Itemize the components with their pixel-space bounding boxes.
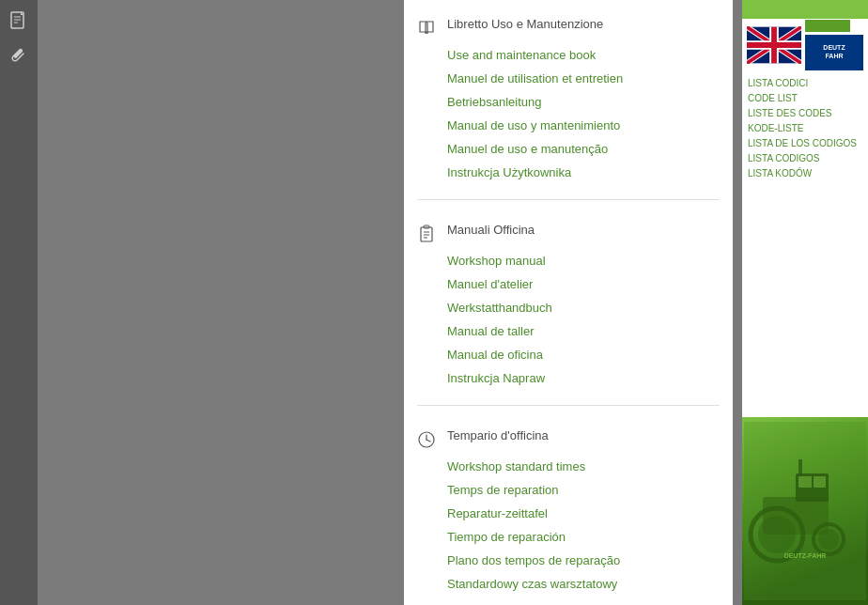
code-item-3[interactable]: KODE-LISTE (746, 121, 864, 136)
clipboard-icon (417, 225, 438, 245)
section-header-2: Manuali Officina (404, 215, 733, 249)
menu-item-st-pl[interactable]: Standardowy czas warsztatowy (404, 572, 733, 596)
divider-1 (417, 199, 720, 200)
menu-item-use-es[interactable]: Manual de uso y mantenimiento (404, 114, 733, 137)
section-header-3: Tempario d'officina (404, 421, 733, 455)
menu-item-use-en[interactable]: Use and maintenance book (404, 43, 733, 67)
right-top-bar (742, 0, 868, 19)
svg-point-22 (818, 529, 839, 550)
right-bottom-image: DEUTZ-FAHR (742, 417, 868, 605)
code-item-2[interactable]: LISTE DES CODES (746, 106, 864, 121)
menu-item-ws-de[interactable]: Werkstatthandbuch (404, 296, 733, 319)
section-title-3: Tempario d'officina (447, 428, 549, 442)
divider-2 (417, 405, 720, 406)
menu-item-use-pt[interactable]: Manuel de uso e manutenção (404, 137, 733, 161)
svg-line-12 (426, 440, 430, 442)
uk-flag (747, 26, 801, 64)
menu-item-ws-fr[interactable]: Manuel d'atelier (404, 272, 733, 296)
section-header-1: Libretto Uso e Manutenzione (404, 9, 733, 43)
svg-rect-17 (798, 476, 812, 488)
right-codes-panel: LISTA CODICI CODE LIST LISTE DES CODES K… (742, 70, 868, 187)
code-item-6[interactable]: LISTA KODÓW (746, 166, 864, 181)
menu-item-use-de[interactable]: Betriebsanleitung (404, 90, 733, 114)
book-icon (417, 19, 438, 39)
document-icon[interactable] (7, 9, 31, 34)
tractor-image: DEUTZ-FAHR (744, 422, 866, 600)
right-flag-area: DEUTZ FAHR (742, 19, 868, 70)
menu-item-use-fr[interactable]: Manuel de utilisation et entretien (404, 67, 733, 90)
menu-item-st-pt[interactable]: Plano dos tempos de reparação (404, 549, 733, 572)
green-bar-top (805, 20, 850, 32)
section-use-maintenance: Libretto Uso e Manutenzione Use and main… (404, 0, 733, 194)
left-sidebar (0, 0, 38, 605)
deutz-text: DEUTZ FAHR (823, 44, 845, 60)
section-title-1: Libretto Uso e Manutenzione (447, 17, 603, 31)
menu-item-st-de[interactable]: Reparatur-zeittafel (404, 502, 733, 525)
menu-item-ws-pl[interactable]: Instrukcja Napraw (404, 366, 733, 390)
code-item-5[interactable]: LISTA CODIGOS (746, 151, 864, 166)
clock-icon (417, 430, 438, 451)
code-item-1[interactable]: CODE LIST (746, 91, 864, 106)
menu-item-use-pl[interactable]: Instrukcja Użytkownika (404, 161, 733, 184)
right-panel: DEUTZ FAHR LISTA CODICI CODE LIST LISTE … (742, 0, 868, 605)
svg-text:DEUTZ-FAHR: DEUTZ-FAHR (784, 552, 827, 559)
dropdown-panel: Libretto Uso e Manutenzione Use and main… (404, 0, 733, 605)
paperclip-icon[interactable] (7, 45, 31, 70)
menu-item-st-fr[interactable]: Temps de reparation (404, 478, 733, 502)
svg-rect-23 (798, 459, 802, 476)
deutz-logo: DEUTZ FAHR (805, 35, 863, 70)
menu-item-st-es[interactable]: Tiempo de reparación (404, 525, 733, 549)
section-title-2: Manuali Officina (447, 223, 535, 237)
menu-item-ws-en[interactable]: Workshop manual (404, 249, 733, 272)
section-standard-times: Tempario d'officina Workshop standard ti… (404, 411, 733, 605)
svg-rect-18 (814, 476, 826, 488)
menu-item-ws-pt[interactable]: Manual de oficina (404, 343, 733, 366)
menu-item-st-en[interactable]: Workshop standard times (404, 455, 733, 478)
menu-item-ws-es[interactable]: Manual de taller (404, 319, 733, 343)
code-item-4[interactable]: LISTA DE LOS CODIGOS (746, 136, 864, 151)
svg-point-20 (758, 516, 796, 553)
code-item-0[interactable]: LISTA CODICI (746, 76, 864, 91)
section-workshop: Manuali Officina Workshop manual Manuel … (404, 206, 733, 399)
